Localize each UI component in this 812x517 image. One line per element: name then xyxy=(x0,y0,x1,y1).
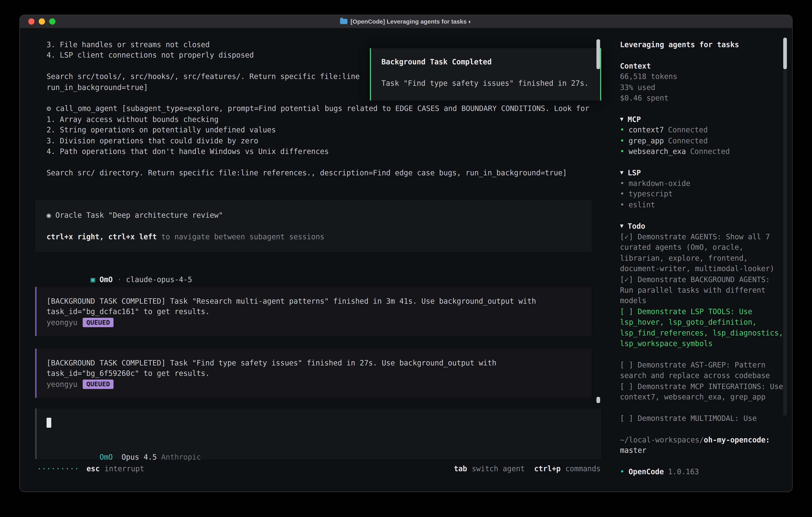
close-button[interactable] xyxy=(28,19,34,25)
prompt-input[interactable]: OmO Opus 4.5 Anthropic xyxy=(35,408,601,459)
tool-call-footer: Search src/ directory. Return specific f… xyxy=(47,167,602,178)
mcp-item: •websearch_exaConnected xyxy=(620,146,784,157)
sidebar: Leveraging agents for tasks Context 66,5… xyxy=(611,28,792,492)
chevron-down-icon: ▼ xyxy=(620,221,624,231)
sidebar-scrollbar-track[interactable] xyxy=(783,38,787,416)
todo-item-pending: [ ] Demonstrate MCP INTEGRATIONS: Use co… xyxy=(620,381,784,403)
background-task-message: [BACKGROUND TASK COMPLETED] Task "Find t… xyxy=(35,349,591,398)
bullet-icon: • xyxy=(620,199,625,210)
tool-call-header: ⚙call_omo_agent [subagent_type=explore, … xyxy=(47,103,602,114)
terminal-window: [OpenCode] Leveraging agents for tasks ◐… xyxy=(19,15,793,492)
lsp-item: •eslint xyxy=(620,199,784,210)
chevron-down-icon: ▼ xyxy=(620,167,624,178)
mcp-item: •context7Connected xyxy=(620,125,784,135)
todo-item-done: [✓] Demonstrate BACKGROUND AGENTS: Run p… xyxy=(620,274,784,306)
tool-call-item: 3. Division operations that could divide… xyxy=(47,135,602,146)
workspace-branch: master xyxy=(620,445,784,456)
context-spent: $0.46 spent xyxy=(620,92,784,103)
session-title: Leveraging agents for tasks xyxy=(620,39,784,50)
bullet-icon: • xyxy=(620,466,625,477)
context-heading: Context xyxy=(620,61,784,71)
agent-name: OmO xyxy=(95,275,113,283)
input-meta: OmO Opus 4.5 Anthropic xyxy=(47,441,590,452)
todo-item-active: [ ] Demonstrate LSP TOOLS: Use lsp_hover… xyxy=(620,306,784,349)
tool-call-text: call_omo_agent [subagent_type=explore, p… xyxy=(56,104,589,113)
message-author: yeongyu xyxy=(47,380,78,388)
sidebar-scrollbar-thumb[interactable] xyxy=(783,38,787,69)
tool-call-item: 4. Path operations that don't handle Win… xyxy=(47,146,602,157)
message-author: yeongyu xyxy=(47,318,78,326)
hint-text: to navigate between subagent sessions xyxy=(157,232,324,241)
separator: · xyxy=(113,275,126,283)
esc-key-hint: esc xyxy=(87,464,100,473)
status-badge: QUEUED xyxy=(83,318,114,327)
lsp-item: •typescript xyxy=(620,189,784,199)
input-agent-label: OmO xyxy=(99,453,113,461)
bullet-icon: • xyxy=(620,189,625,199)
agent-model: claude-opus-4-5 xyxy=(126,275,192,283)
todo-section-heading[interactable]: ▼Todo xyxy=(620,221,784,231)
fisheye-icon: ◉ xyxy=(47,211,51,219)
todo-item-pending: [ ] Demonstrate AST-GREP: Pattern search… xyxy=(620,360,784,381)
toast-title: Background Task Completed xyxy=(381,57,590,67)
message-text: [BACKGROUND TASK COMPLETED] Task "Resear… xyxy=(47,296,580,306)
background-task-toast: Background Task Completed Task "Find typ… xyxy=(370,48,601,101)
toast-body: Task "Find type safety issues" finished … xyxy=(381,78,590,88)
lsp-item: •markdown-oxide xyxy=(620,178,784,189)
app-version: •OpenCode1.0.163 xyxy=(620,466,784,477)
traffic-lights xyxy=(28,19,55,25)
title-bar[interactable]: [OpenCode] Leveraging agents for tasks ◐ xyxy=(20,15,792,28)
commands-key-label: commands xyxy=(566,464,601,473)
agent-header: ▣ OmO · claude-opus-4-5 xyxy=(47,264,602,274)
bullet-icon: • xyxy=(620,125,625,135)
background-task-message: [BACKGROUND TASK COMPLETED] Task "Resear… xyxy=(35,287,591,336)
commands-key-hint: ctrl+p xyxy=(534,464,561,473)
status-badge: QUEUED xyxy=(83,379,114,389)
context-used: 33% used xyxy=(620,82,784,92)
message-text: task_id="bg_dcfac161" to get results. xyxy=(47,306,580,317)
message-text: [BACKGROUND TASK COMPLETED] Task "Find t… xyxy=(47,357,580,368)
mcp-section-heading[interactable]: ▼MCP xyxy=(620,114,784,125)
title-group: [OpenCode] Leveraging agents for tasks ◐ xyxy=(340,19,472,25)
esc-key-label: interrupt xyxy=(105,464,144,473)
oracle-task-panel: ◉ Oracle Task "Deep architecture review"… xyxy=(35,200,591,252)
todo-item-done: [✓] Demonstrate AGENTS: Show all 7 curat… xyxy=(620,231,784,274)
oracle-task-title: ◉ Oracle Task "Deep architecture review" xyxy=(47,210,580,220)
gear-icon: ⚙ xyxy=(47,104,51,113)
bullet-icon: • xyxy=(620,135,625,146)
todo-item-pending: [ ] Demonstrate MULTIMODAL: Use xyxy=(620,413,784,424)
bullet-icon: • xyxy=(620,146,625,157)
text-cursor xyxy=(47,418,51,428)
input-provider-label: Anthropic xyxy=(161,453,201,461)
chat-pane: 3. File handles or streams not closed 4.… xyxy=(20,28,602,492)
tab-key-hint: tab xyxy=(454,464,467,473)
window-title: [OpenCode] Leveraging agents for tasks ◐ xyxy=(351,19,472,25)
desktop: [OpenCode] Leveraging agents for tasks ◐… xyxy=(0,0,812,517)
hint-keys: ctrl+x right, ctrl+x left xyxy=(47,232,157,241)
minimize-button[interactable] xyxy=(39,19,45,25)
input-model-label: Opus 4.5 xyxy=(121,453,157,461)
tab-key-label: switch agent xyxy=(472,464,525,473)
tool-call-item: 2. String operations on potentially unde… xyxy=(47,125,602,135)
tool-call-item: 1. Array access without bounds checking xyxy=(47,114,602,125)
status-bar: ········· escinterrupt tabswitch agent c… xyxy=(37,463,601,474)
workspace-path: ~/local-workspaces/oh-my-opencode: xyxy=(620,434,784,445)
folder-icon xyxy=(340,19,347,24)
navigation-hint: ctrl+x right, ctrl+x left to navigate be… xyxy=(47,231,580,242)
spinner-dots: ········· xyxy=(37,464,79,473)
chevron-down-icon: ▼ xyxy=(620,114,624,125)
main-scrollbar-thumb[interactable] xyxy=(597,397,600,403)
mcp-item: •grep_appConnected xyxy=(620,135,784,146)
maximize-button[interactable] xyxy=(49,19,55,25)
main-scrollbar-thumb[interactable] xyxy=(597,39,600,69)
oracle-task-text: Oracle Task "Deep architecture review" xyxy=(51,211,223,219)
message-text: task_id="bg_6f59260c" to get results. xyxy=(47,368,580,379)
context-tokens: 66,518 tokens xyxy=(620,71,784,82)
agent-checkbox-icon: ▣ xyxy=(91,275,95,283)
lsp-section-heading[interactable]: ▼LSP xyxy=(620,167,784,178)
bullet-icon: • xyxy=(620,178,625,189)
